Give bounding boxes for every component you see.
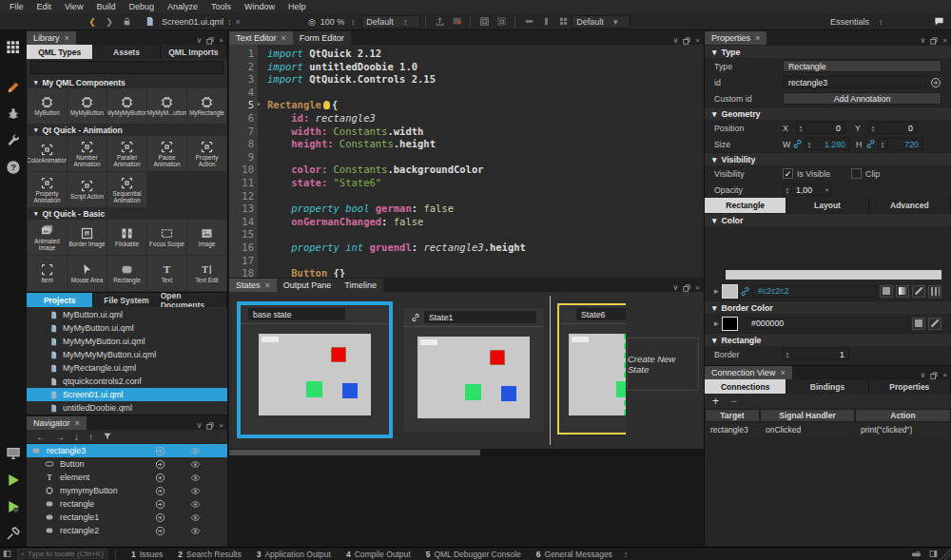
output-pane-button-search-results[interactable]: 2Search Results [170, 548, 248, 560]
form-style-selector[interactable]: Default▾ [572, 15, 631, 29]
close-icon[interactable]: × [281, 33, 286, 43]
pane-stepper-icon[interactable]: ↕ [624, 550, 628, 559]
add-annotation-button[interactable]: Add Annotation [783, 92, 941, 105]
section-rectangle[interactable]: ▾Rectangle [705, 333, 951, 346]
library-filter-input[interactable] [30, 61, 223, 74]
library-item-parallel-animation[interactable]: Parallel Animation [107, 136, 146, 171]
close-icon[interactable]: × [942, 36, 947, 45]
navigator-item-rectangle3[interactable]: rectangle3 [27, 444, 227, 457]
output-pane-button-compile-output[interactable]: 4Compile Output [339, 548, 418, 560]
library-item-number-animation[interactable]: Number Animation [68, 136, 107, 171]
section-visibility[interactable]: ▾Visibility [705, 152, 951, 165]
menu-item-build[interactable]: Build [89, 0, 122, 13]
sidebar-toggle-icon[interactable] [0, 550, 13, 558]
feedback-icon[interactable] [932, 15, 945, 29]
workspace-selector[interactable]: Essentials↕ [825, 15, 930, 29]
state-card-state6[interactable]: State6 [557, 303, 626, 434]
library-item-coloranimation[interactable]: ColorAnimation [28, 136, 67, 171]
export-icon[interactable] [155, 486, 165, 496]
tab-connection-view[interactable]: Connection View× [705, 366, 792, 379]
section-geometry[interactable]: ▾Geometry [705, 106, 951, 120]
code-editor[interactable]: 12345▾6789101112131415161718 import QtQu… [229, 45, 704, 278]
output-pane-button-general-messages[interactable]: 6General Messages [529, 548, 620, 560]
close-icon[interactable]: × [75, 418, 80, 428]
projects-mode-wrench-icon[interactable] [3, 130, 24, 151]
scrollbar-thumb[interactable] [229, 450, 480, 455]
border-color-hex-field[interactable]: #000000 [746, 318, 909, 330]
library-item-mybutton[interactable]: MyButton [28, 88, 67, 124]
tab-advanced[interactable]: Advanced [869, 198, 951, 213]
state-name-field[interactable]: base state [248, 308, 345, 320]
build-hammer-button[interactable] [3, 523, 24, 544]
visibility-eye-icon[interactable] [190, 486, 201, 496]
vertical-split-icon[interactable] [539, 15, 553, 29]
document-tab[interactable]: Screen01.ui.qml ↕ × [135, 13, 246, 30]
chevron-down-icon[interactable]: ∨ [920, 36, 925, 45]
tab-form-editor[interactable]: Form Editor [293, 31, 351, 45]
grid-view-icon[interactable] [556, 15, 570, 29]
tab-open-documents[interactable]: Open Documents [161, 293, 227, 307]
navigator-item-element[interactable]: Telement [27, 471, 227, 484]
no-border-button[interactable] [928, 318, 941, 330]
height-binding-link-icon[interactable] [865, 139, 876, 149]
export-icon[interactable] [155, 526, 165, 536]
width-binding-link-icon[interactable] [792, 139, 803, 149]
library-item-script-action[interactable]: Script Action [68, 172, 107, 207]
float-panel-icon[interactable] [930, 372, 938, 379]
visibility-eye-icon[interactable] [190, 526, 201, 536]
transparent-fill-button[interactable] [912, 285, 925, 298]
is-visible-checkbox[interactable]: ✓ [783, 168, 793, 179]
expand-arrow-icon[interactable]: ▸ [714, 319, 722, 328]
type-field[interactable]: Rectangle [783, 60, 941, 72]
fill-color-hex-field[interactable]: #c2c2c2 [752, 285, 877, 298]
views-grid-icon[interactable] [3, 37, 24, 58]
library-section-header[interactable]: ▾Qt Quick - Basic [27, 207, 227, 220]
color-binding-link-icon[interactable] [740, 286, 750, 297]
export-assets-icon[interactable] [433, 15, 446, 29]
file-item[interactable]: qtquickcontrols2.conf [27, 375, 227, 388]
menu-item-analyze[interactable]: Analyze [161, 0, 204, 13]
move-down-icon[interactable]: ↓ [74, 432, 79, 442]
close-icon[interactable]: × [780, 368, 785, 377]
library-item-animated-image[interactable]: Animated Image [28, 220, 67, 255]
forward-button[interactable]: ❯ [103, 15, 116, 29]
column-header-signal-handler[interactable]: Signal Handler [760, 409, 855, 422]
annotations-icon[interactable] [450, 15, 463, 29]
tab-states[interactable]: States× [229, 279, 277, 292]
column-header-target[interactable]: Target [705, 409, 760, 422]
export-icon[interactable] [155, 459, 165, 470]
style-selector[interactable]: Default↕ [361, 15, 420, 29]
design-mode-pencil-icon[interactable] [3, 77, 24, 98]
menu-item-file[interactable]: File [3, 0, 30, 13]
chevron-down-icon[interactable]: ∨ [672, 36, 678, 45]
library-item-image[interactable]: Image [187, 220, 226, 255]
visibility-eye-icon[interactable] [190, 499, 201, 510]
visibility-eye-icon[interactable] [190, 473, 201, 483]
library-section-header[interactable]: ▾My QML Components [27, 76, 227, 88]
height-spinbox[interactable]: ▴▾720 [878, 138, 923, 150]
float-panel-icon[interactable] [930, 37, 938, 45]
tab-qml-imports[interactable]: QML Imports [161, 45, 227, 59]
chevron-down-icon[interactable]: ∨ [196, 421, 202, 430]
clip-checkbox[interactable] [851, 168, 862, 179]
x-spinbox[interactable]: ▴▾0 [796, 122, 845, 134]
state-name-field[interactable]: State6 [576, 308, 626, 320]
library-item-flickable[interactable]: Flickable [107, 220, 146, 255]
library-item-rectangle[interactable]: Rectangle [107, 256, 146, 291]
connection-row[interactable]: rectangle3onClickedprint("clicked") [705, 422, 951, 437]
tab-assets[interactable]: Assets [93, 45, 160, 59]
border-color-swatch[interactable] [722, 317, 738, 331]
tab-text-editor[interactable]: Text Editor× [229, 31, 293, 45]
code-text[interactable]: import QtQuick 2.12import untitledDoobie… [258, 45, 704, 278]
states-scrollbar[interactable] [229, 449, 704, 456]
close-icon[interactable]: × [695, 36, 700, 45]
library-item-focus-scope[interactable]: Focus Scope [147, 220, 186, 255]
zoom-icon[interactable]: ◎ [305, 15, 319, 29]
section-border-color[interactable]: ▾Border Color [705, 300, 951, 314]
tab-bindings[interactable]: Bindings [786, 379, 868, 394]
document-switcher-icon[interactable]: ↕ [227, 17, 232, 27]
export-icon[interactable] [155, 512, 165, 523]
run-button[interactable] [3, 470, 24, 491]
library-item-sequential-animation[interactable]: Sequential Animation [107, 172, 146, 207]
visibility-eye-icon[interactable] [190, 446, 201, 456]
